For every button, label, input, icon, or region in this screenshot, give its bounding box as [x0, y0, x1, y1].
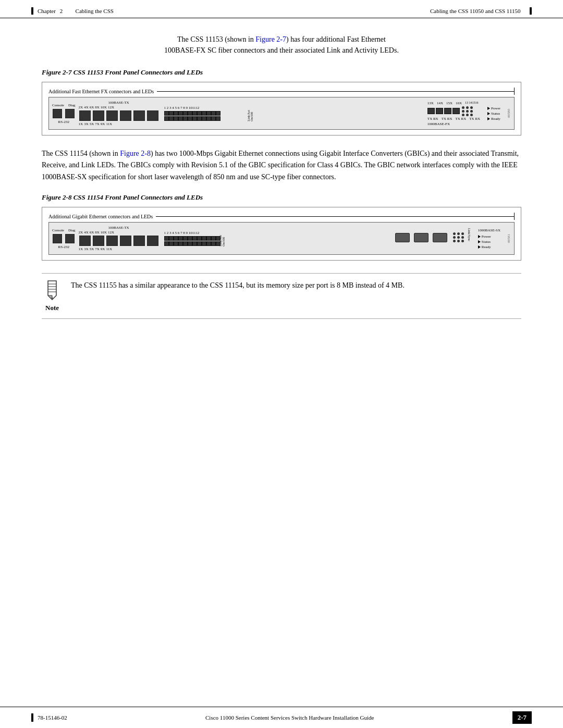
port-8x — [120, 110, 131, 121]
even-ports-row-8 — [79, 235, 159, 246]
figure-7-top-label: Additional Fast Ethernet FX connectors a… — [48, 89, 154, 94]
port-6x — [106, 110, 118, 121]
figure-8-top-label: Additional Gigabit Ethernet connectors a… — [48, 214, 153, 219]
dot-9 — [470, 114, 473, 116]
ready-arrow — [487, 117, 490, 120]
port-10x-8 — [133, 236, 145, 246]
figure-7-label-tick — [514, 88, 515, 95]
mini-port-16 — [178, 116, 183, 121]
page-container: Chapter 2 Cabling the CSS Cabling the CS… — [0, 0, 563, 728]
page-footer: 78-15146-02 Cisco 11000 Series Content S… — [0, 707, 563, 728]
mini-port-3 — [174, 111, 178, 116]
mini-port-21 — [202, 116, 206, 121]
console-diag-ports — [52, 108, 75, 119]
figure-8-box: Additional Gigabit Ethernet connectors a… — [42, 207, 521, 261]
figure-7-panel: Console Diag RS-232 100BASE-TX 2 — [48, 97, 515, 130]
port-4x — [93, 110, 104, 121]
port-12x-8 — [147, 236, 158, 246]
fx-port-leds — [427, 108, 460, 114]
figure-8-caption: Figure 2-8 CSS 11154 Front Panel Connect… — [42, 193, 521, 202]
status-arrow — [487, 112, 490, 115]
dot-8 — [466, 114, 469, 116]
odd-port-labels-8: 1X3X5X7X9X11X — [79, 247, 159, 251]
figure-7-top-label-row: Additional Fast Ethernet FX connectors a… — [48, 88, 515, 95]
dot-6 — [470, 110, 473, 113]
dot-1 — [462, 106, 464, 109]
status-label: Status — [487, 112, 500, 116]
rs232-label-8: RS-232 — [58, 245, 69, 249]
body-paragraph: The CSS 11154 (shown in Figure 2-8) has … — [42, 148, 521, 183]
gbic-port-1 — [395, 233, 410, 242]
port-6x-8 — [106, 236, 118, 246]
chapter-label: Chapter — [38, 8, 56, 14]
power-arrow — [487, 107, 490, 110]
mini-port-17 — [183, 116, 188, 121]
figure-8-label-tick — [514, 213, 515, 220]
intro-paragraph: The CSS 11153 (shown in Figure 2-7) has … — [42, 34, 521, 56]
rs232-label: RS-232 — [58, 120, 69, 124]
figure-2-7-link[interactable]: Figure 2-7 — [255, 35, 286, 43]
even-port-labels-8: 2X4X6X8X10X12X — [79, 230, 159, 235]
mini-port-5 — [183, 111, 188, 116]
dot-3 — [470, 106, 473, 109]
pwr-status-section-8: 1000BASE-SX Power Status Ready — [478, 228, 500, 249]
header-accent-bar — [31, 7, 33, 15]
mini-port-9 — [202, 111, 206, 116]
content-area: The CSS 11153 (shown in Figure 2-7) has … — [0, 18, 563, 350]
power-label: Power — [487, 106, 500, 110]
console-diag-section-8: Console Diag RS-232 — [52, 228, 76, 249]
figure-7-label-line — [157, 91, 514, 92]
diag-port-8 — [65, 234, 75, 243]
console-port — [53, 109, 62, 118]
dot-matrix — [462, 106, 473, 116]
base-fx-label: 1000BASE-FX — [427, 122, 450, 126]
link-act-label: Link/ActOn/100 — [247, 110, 253, 121]
gbic-ports-section: Link/Sync — [395, 228, 471, 249]
port-2x — [79, 110, 91, 121]
fx-led-2 — [436, 108, 443, 114]
diag-port — [65, 109, 75, 118]
numbered-ports-label: 1 2 3 4 5 6 7 8 9 101112 — [164, 106, 200, 110]
fx-ports-row — [427, 106, 473, 116]
header-right-bar — [530, 7, 532, 15]
mini-port-6 — [188, 111, 192, 116]
mini-port-20 — [197, 116, 202, 121]
mini-port-23 — [211, 116, 216, 121]
console-diag-ports-8 — [52, 233, 75, 244]
footer-page-number: 2-7 — [512, 711, 532, 724]
header-left: Chapter 2 Cabling the CSS — [31, 7, 114, 15]
mini-port-4 — [178, 111, 183, 116]
status-arrow-8 — [478, 240, 481, 243]
fx-port-nums: 13X14X15X16X13 141516 — [427, 101, 479, 105]
console-diag-section: Console Diag RS-232 — [52, 103, 76, 124]
dot-matrix-8 — [453, 232, 464, 242]
mini-port-18 — [188, 116, 192, 121]
mini-ports-grid — [164, 111, 220, 121]
mini-ports-grid-8 — [164, 236, 220, 246]
mini-port-8 — [197, 111, 202, 116]
chapter-title: Cabling the CSS — [76, 8, 114, 14]
figure-8-panel: Console Diag RS-232 100BASE-TX 2 — [48, 222, 515, 255]
fig-8-number: 49581 — [507, 234, 511, 243]
power-arrow-8 — [478, 235, 481, 238]
port-2x-8 — [79, 236, 91, 246]
mini-port-12 — [216, 111, 221, 116]
mini-port-1 — [164, 111, 169, 116]
intro-text3: 100BASE-FX SC fiber connectors and their… — [164, 46, 399, 54]
footer-doc-num: 78-15146-02 — [38, 714, 67, 721]
figure-2-8-link[interactable]: Figure 2-8 — [120, 150, 151, 157]
base-sx-label: 1000BASE-SX — [478, 228, 500, 232]
console-port-8 — [53, 234, 62, 243]
numbered-ports-label-8: 1 2 3 4 5 6 7 8 9 101112 — [164, 231, 200, 235]
fig-7-number: 49580 — [507, 109, 511, 118]
dot-5 — [466, 110, 469, 113]
tx-ports-section: 100BASE-TX 2X4X6X8X10X12X — [79, 101, 159, 126]
note-label: Note — [45, 304, 59, 312]
numbered-ports-section-8: 1 2 3 4 5 6 7 8 9 101112 — [164, 231, 220, 246]
fx-ports-section: 13X14X15X16X13 141516 — [427, 101, 480, 126]
base-tx-label-fig7: 100BASE-TX — [79, 101, 159, 105]
footer-center: Cisco 11000 Series Content Services Swit… — [205, 714, 374, 721]
chapter-num: 2 — [60, 8, 63, 14]
dot-7 — [462, 114, 464, 116]
fx-led-1 — [427, 108, 435, 114]
